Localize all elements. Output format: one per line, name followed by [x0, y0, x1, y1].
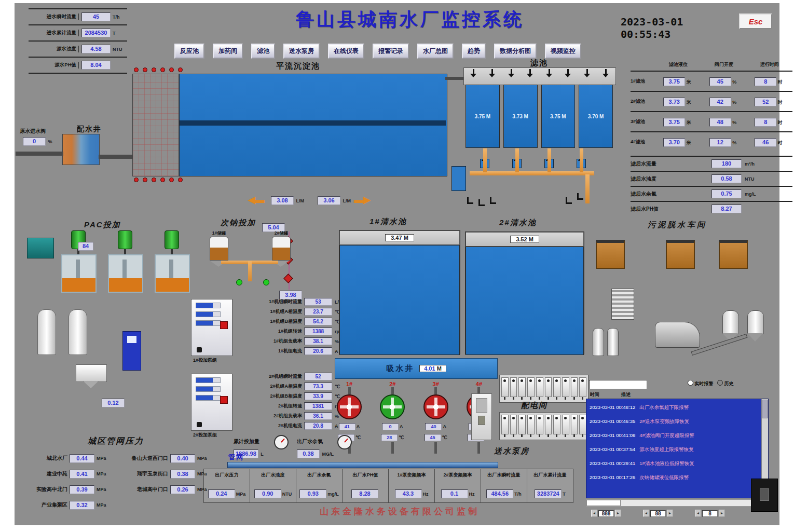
- filter-valve-icon: [586, 69, 588, 74]
- gauge2-unit: MG/L: [322, 452, 334, 457]
- esc-button[interactable]: Esc: [739, 13, 772, 29]
- breaker-module: [536, 377, 543, 397]
- datetime-display: 2023-03-01 00:55:43: [621, 16, 737, 40]
- filter-cell-group: 48 %: [700, 117, 746, 127]
- alarm-dot: [134, 67, 139, 72]
- cabinet-knob[interactable]: [197, 347, 202, 352]
- pump-impeller-3#[interactable]: [423, 394, 448, 419]
- alarm-time: 2023-03-01 00:46:35: [590, 418, 635, 424]
- stepper-up-button[interactable]: ►: [667, 510, 673, 517]
- alarm-row[interactable]: 2023-03-01 00:29:411#清水池液位低报警恢复: [590, 460, 768, 467]
- suction-level-unit: M: [437, 365, 442, 372]
- nav-button-6[interactable]: 报警记录: [373, 44, 409, 59]
- pump-value: 41: [339, 423, 355, 430]
- suction-well-label: 吸水井: [386, 364, 414, 374]
- stepper-up-button[interactable]: ►: [615, 510, 621, 517]
- filter-cell-value: 48: [709, 118, 731, 127]
- raw-valve-value: 0: [23, 137, 46, 146]
- breaker-cabinet-1: [499, 375, 588, 403]
- stepper-up-button[interactable]: ►: [719, 510, 725, 517]
- intake-value: 2084530: [81, 29, 111, 37]
- cabinet-stop-button[interactable]: [220, 396, 228, 404]
- filter-table-row: 2#滤池3.73 米42 %52 时: [631, 91, 792, 111]
- centrifuge: [655, 322, 700, 348]
- alarm-radio-group: 实时报警 历史: [688, 380, 734, 387]
- scroll-thumb[interactable]: [586, 500, 621, 506]
- nav-button-3[interactable]: 滤池: [251, 44, 275, 59]
- outlet-cell: 出厂水累计流量3283724T: [527, 469, 573, 503]
- nav-button-5[interactable]: 在线仪表: [328, 44, 364, 59]
- sludge-hopper: [719, 240, 748, 269]
- cabinet-stop-button[interactable]: [220, 321, 228, 329]
- alarm-row[interactable]: 2023-03-01 00:41:084#滤池阀门开度超限报警: [590, 432, 768, 439]
- network-label: 翔宇玉泉街口: [110, 470, 170, 478]
- alarm-row[interactable]: 2023-03-01 00:48:12出厂水余氯超下限报警: [590, 404, 768, 411]
- outlet-cell-unit: Hz: [469, 492, 475, 497]
- network-label: 老城高中门口: [110, 486, 170, 493]
- outlet-cell-value: 0.90: [254, 489, 281, 498]
- alarm-hscrollbar[interactable]: [586, 499, 770, 507]
- network-pipe: [227, 462, 498, 468]
- alarm-row[interactable]: 2023-03-01 00:17:26次钠储罐液位低限报警: [590, 474, 768, 481]
- sedimentation-label: 平流沉淀池: [276, 61, 320, 71]
- alarm-filter-input[interactable]: [589, 380, 647, 389]
- breaker-module: [536, 415, 543, 434]
- pump-id-label: 2#: [376, 381, 408, 387]
- network-value: 0.44: [70, 454, 94, 463]
- scroll-thumb[interactable]: [762, 400, 768, 418]
- gauge1-dial: [274, 435, 289, 449]
- radio-history[interactable]: [717, 380, 723, 386]
- nav-button-4[interactable]: 送水泵房: [283, 44, 320, 59]
- dosing-row-value: 54.2: [304, 318, 332, 325]
- alarm-time: 2023-03-01 00:17:26: [590, 474, 635, 480]
- pump-id-label: 4#: [463, 381, 495, 387]
- breaker-module: [571, 415, 578, 434]
- nav-button-1[interactable]: 反应池: [174, 44, 204, 59]
- network-unit: MPa: [97, 487, 106, 492]
- flow-left-value: 3.08: [271, 196, 294, 205]
- filter-cell-group: 12 %: [700, 137, 746, 147]
- pump-impeller-1#[interactable]: [337, 394, 362, 419]
- alarm-list[interactable]: 2023-03-01 00:48:12出厂水余氯超下限报警2023-03-01 …: [586, 399, 769, 498]
- nav-button-9[interactable]: 数据分析图: [494, 44, 537, 59]
- clear-pool-2: 3.52 M: [465, 231, 584, 354]
- alarm-footer-stepper: ◄888►: [591, 510, 621, 517]
- raw-valve-label: 原水进水阀: [20, 128, 46, 135]
- pool1-water: [339, 245, 460, 355]
- fw-unit: NTU: [745, 176, 755, 182]
- alarm-row[interactable]: 2023-03-01 00:46:352#送水泵变频故障恢复: [590, 418, 768, 425]
- network-row: 鲁山大道西门口0.40MPa: [110, 451, 207, 466]
- radio-realtime[interactable]: [688, 380, 693, 386]
- pac-tank-group-3: [155, 230, 189, 293]
- breaker-module: [545, 377, 552, 397]
- stepper-down-button[interactable]: ◄: [643, 510, 649, 517]
- nav-button-8[interactable]: 趋势: [462, 44, 486, 59]
- pool2-header: 3.52 M: [466, 232, 584, 247]
- clarifier-tank: [76, 364, 107, 382]
- cabinet-bar: [196, 377, 221, 383]
- cabinet-knob[interactable]: [197, 422, 202, 427]
- pump-value-row: 45℃: [420, 432, 452, 441]
- pump-value-unit: ℃: [442, 435, 447, 440]
- dosing-row-label: 2#机组A相温度: [237, 383, 304, 390]
- pump-impeller-2#[interactable]: [380, 394, 405, 419]
- alarm-mute-box[interactable]: [751, 479, 778, 512]
- nav-button-2[interactable]: 加药间: [213, 44, 243, 59]
- stepper-down-button[interactable]: ◄: [695, 510, 701, 517]
- flow-indicator-left: ◀▬: [248, 194, 265, 206]
- filter-cell-value: 3.70: [663, 138, 685, 147]
- breaker-module: [518, 377, 526, 397]
- intake-row: 源水PH值8.04: [29, 58, 127, 74]
- nav-button-7[interactable]: 水厂总图: [417, 44, 454, 59]
- filter-table-header: 滤池液位阀门开度运行时间: [631, 58, 792, 71]
- cabinet-screen: [127, 336, 136, 343]
- network-label: 城北水厂: [18, 455, 70, 462]
- pump-unit-2#: 2#0A28℃: [376, 381, 408, 454]
- agitator: [122, 260, 127, 278]
- gauge2-label: 出厂水余氯: [297, 439, 323, 444]
- alarm-row[interactable]: 2023-03-01 00:37:54源水浊度超上限报警恢复: [590, 446, 768, 453]
- stepper-down-button[interactable]: ◄: [591, 510, 597, 517]
- network-unit: MPa: [197, 487, 207, 492]
- nav-button-10[interactable]: 视频监控: [545, 44, 581, 59]
- dosing-row-value: 73.3: [304, 383, 332, 390]
